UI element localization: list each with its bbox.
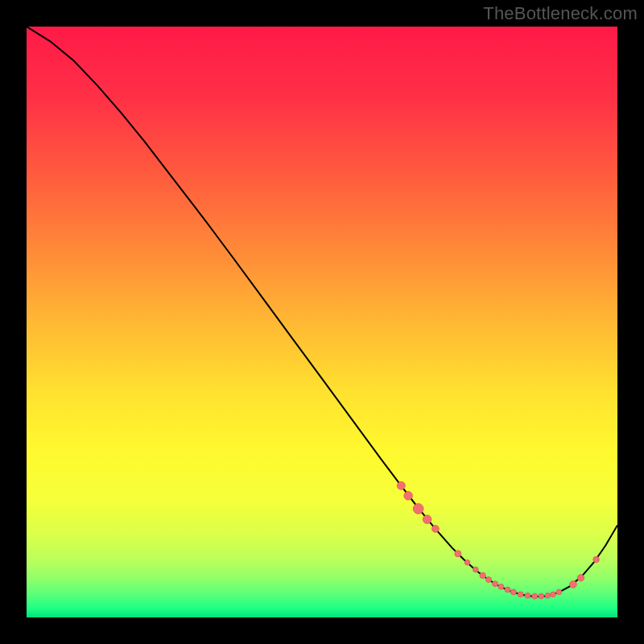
data-marker (545, 593, 551, 599)
data-marker (423, 515, 431, 524)
data-marker (570, 581, 577, 588)
data-marker (493, 581, 498, 587)
data-marker (413, 504, 423, 514)
data-marker (480, 572, 485, 578)
data-marker (485, 577, 491, 583)
data-marker (464, 559, 470, 565)
data-marker (498, 584, 504, 589)
data-marker (510, 589, 516, 595)
data-marker (455, 551, 461, 557)
data-marker (397, 481, 405, 489)
data-marker (577, 575, 584, 581)
data-marker (404, 492, 413, 501)
data-marker (505, 587, 510, 592)
data-marker (551, 592, 556, 597)
data-marker (556, 589, 562, 595)
chart-svg (27, 27, 617, 617)
data-marker (432, 526, 440, 533)
data-marker (593, 556, 600, 563)
gradient-background (27, 27, 617, 617)
data-marker (532, 593, 538, 599)
data-marker (473, 567, 478, 572)
data-marker (518, 592, 523, 597)
data-marker (525, 592, 530, 598)
attribution-text: TheBottleneck.com (483, 3, 638, 24)
bottleneck-chart (27, 27, 617, 617)
chart-container: TheBottleneck.com (0, 0, 644, 644)
data-marker (539, 593, 544, 599)
